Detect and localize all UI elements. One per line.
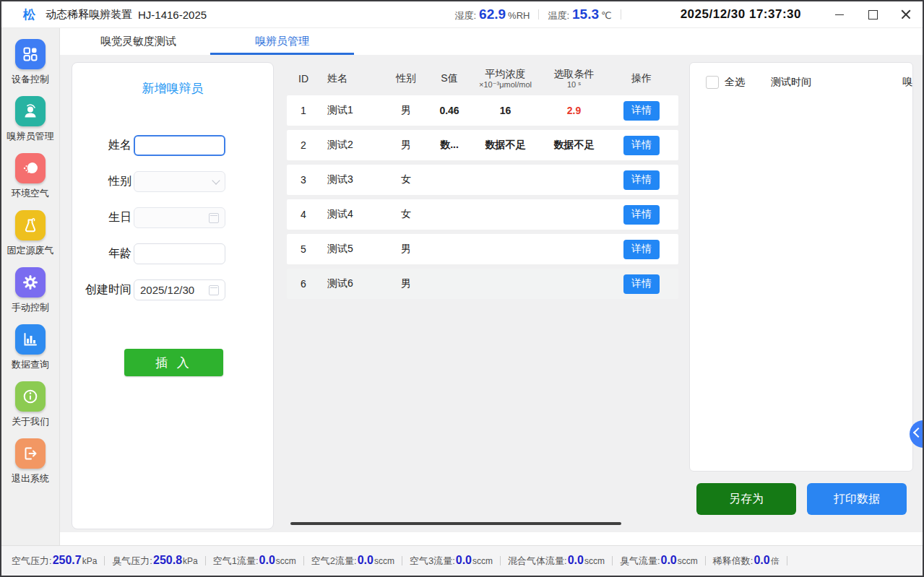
divider	[500, 556, 501, 565]
temperature-readout: 温度: 15.3 ℃	[548, 6, 611, 22]
status-air3-flow: 空气3流量:0.0sccm	[410, 554, 493, 568]
status-air1-flow: 空气1流量:0.0sccm	[213, 554, 296, 568]
title-bar: 松 动态稀释嗅辨装置 HJ-1416-2025 湿度: 62.9 %RH 温度:…	[1, 1, 923, 28]
sidebar-item-exit-system[interactable]: 退出系统	[12, 438, 49, 485]
table-row: 2 测试2 男 数... 数据不足 数据不足 详情	[287, 130, 678, 160]
birthday-field[interactable]	[134, 207, 225, 228]
cell-name: 测试6	[320, 277, 381, 290]
sidebar-item-panelist-management[interactable]: 嗅辨员管理	[7, 96, 54, 143]
status-odor-pressure: 臭气压力:250.8kPa	[112, 554, 197, 568]
select-all-checkbox[interactable]	[706, 76, 719, 89]
sidebar-nav: 设备控制 嗅辨员管理 环境空气 固定源废气 手动控制	[1, 28, 60, 545]
temperature-label: 温度:	[548, 9, 569, 22]
sidebar-item-ambient-air[interactable]: 环境空气	[12, 153, 49, 200]
olfactory-threshold-header: 嗅觉阈	[902, 76, 913, 89]
created-time-value: 2025/12/30	[140, 284, 194, 296]
divider	[205, 556, 206, 565]
humidity-value: 62.9	[479, 6, 506, 22]
table-row: 5 测试5 男 详情	[287, 234, 678, 264]
header-id: ID	[287, 73, 320, 84]
age-field[interactable]	[134, 243, 225, 264]
divider	[402, 556, 402, 565]
minimize-icon	[835, 14, 844, 15]
chevron-down-icon	[212, 176, 220, 184]
detail-button[interactable]: 详情	[623, 240, 660, 259]
cell-name: 测试5	[320, 243, 381, 256]
tab-sensitivity-test[interactable]: 嗅觉灵敏度测试	[66, 28, 210, 55]
sidebar-item-device-control[interactable]: 设备控制	[12, 39, 49, 86]
temperature-unit: ℃	[601, 10, 612, 21]
sidebar-item-stationary-source-gas[interactable]: 固定源废气	[7, 210, 54, 257]
table-row: 1 测试1 男 0.46 16 2.9 详情	[287, 95, 678, 126]
sidebar-label: 设备控制	[12, 73, 49, 86]
status-air-pressure: 空气压力:250.7kPa	[12, 554, 97, 568]
gender-select[interactable]	[134, 171, 225, 192]
sidebar-label: 固定源废气	[7, 244, 54, 257]
results-header-row: 全选 测试时间 嗅觉阈	[690, 76, 912, 89]
cell-condition: 2.9	[543, 105, 605, 116]
app-title: 动态稀释嗅辨装置	[46, 8, 132, 22]
detail-button[interactable]: 详情	[623, 205, 660, 225]
detail-button[interactable]: 详情	[623, 170, 660, 190]
sidebar-item-data-query[interactable]: 数据查询	[12, 324, 49, 371]
header-selection-condition: 选取条件10 ˢ	[543, 68, 605, 90]
sidebar-label: 关于我们	[12, 415, 49, 428]
close-button[interactable]	[889, 1, 923, 27]
panelist-icon	[15, 96, 46, 126]
birthday-label: 生日	[108, 210, 131, 225]
calendar-icon	[209, 213, 219, 223]
sidebar-item-about-us[interactable]: 关于我们	[12, 381, 49, 428]
humidity-readout: 湿度: 62.9 %RH	[454, 6, 530, 22]
form-title: 新增嗅辩员	[72, 80, 273, 97]
insert-button[interactable]: 插 入	[124, 349, 223, 376]
panelist-table: ID 姓名 性别 S值 平均浓度×10⁻³μmol/mol 选取条件10 ˢ 操…	[287, 62, 678, 531]
sidebar-item-manual-control[interactable]: 手动控制	[12, 267, 49, 314]
gear-icon	[15, 267, 46, 298]
horizontal-scrollbar[interactable]	[290, 522, 621, 525]
divider	[621, 9, 621, 19]
sidebar-label: 退出系统	[12, 472, 49, 485]
humidity-unit: %RH	[508, 10, 530, 21]
status-mixed-gas-flow: 混合气体流量:0.0sccm	[508, 554, 605, 568]
cell-gender: 女	[381, 208, 431, 221]
maximize-button[interactable]	[856, 1, 889, 27]
created-time-field[interactable]: 2025/12/30	[134, 279, 225, 300]
header-name: 姓名	[320, 72, 381, 85]
status-air2-flow: 空气2流量:0.0sccm	[311, 554, 394, 568]
created-time-label: 创建时间	[85, 282, 131, 298]
temperature-value: 15.3	[572, 6, 599, 22]
table-row: 6 测试6 男 详情	[287, 269, 678, 299]
cell-gender: 男	[381, 277, 431, 290]
detail-button[interactable]: 详情	[623, 136, 660, 155]
cell-gender: 男	[381, 104, 431, 117]
datetime-display: 2025/12/30 17:37:30	[681, 7, 801, 22]
divider	[538, 9, 539, 19]
detail-button[interactable]: 详情	[623, 101, 660, 121]
table-row: 3 测试3 女 详情	[287, 165, 678, 195]
save-as-button[interactable]: 另存为	[696, 483, 796, 515]
close-icon	[901, 9, 911, 19]
minimize-button[interactable]	[823, 1, 856, 27]
app-logo: 松	[23, 6, 35, 23]
tab-panelist-management[interactable]: 嗅辨员管理	[210, 28, 354, 55]
status-bar: 空气压力:250.7kPa 臭气压力:250.8kPa 空气1流量:0.0scc…	[1, 545, 923, 576]
cell-id: 5	[287, 243, 320, 255]
cell-s-value: 0.46	[431, 105, 467, 116]
cell-id: 2	[287, 139, 320, 151]
divider	[104, 556, 105, 565]
print-data-button[interactable]: 打印数据	[807, 483, 907, 515]
exit-icon	[15, 438, 46, 469]
header-gender: 性别	[381, 72, 431, 85]
sidebar-label: 环境空气	[12, 187, 49, 200]
divider	[787, 556, 787, 565]
add-panelist-form: 新增嗅辩员 姓名 性别 生日 年龄 创建时间 2025/12/30	[72, 62, 274, 529]
detail-button[interactable]: 详情	[623, 274, 660, 294]
tab-bar: 嗅觉灵敏度测试 嗅辨员管理	[60, 28, 923, 55]
test-time-header: 测试时间	[771, 76, 811, 89]
name-field[interactable]	[134, 135, 225, 156]
divider	[303, 556, 304, 565]
app-model: HJ-1416-2025	[138, 9, 207, 21]
calendar-icon	[209, 285, 219, 295]
status-odor-flow: 臭气流量:0.0sccm	[620, 554, 698, 568]
info-icon	[15, 381, 46, 412]
